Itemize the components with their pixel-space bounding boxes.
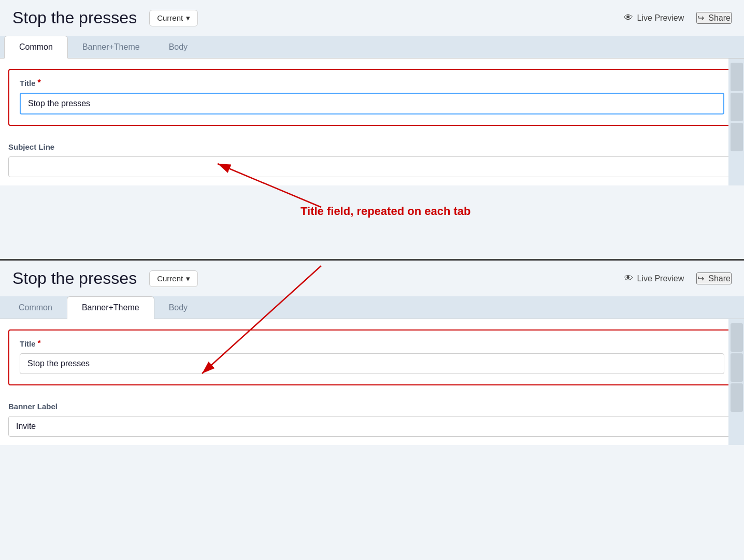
title-input-top[interactable] [20,93,724,114]
version-label-top: Current [157,13,183,22]
share-label-bottom: Share [708,274,731,283]
banner-label-label: Banner Label [8,402,736,411]
panel-wrapper: Stop the presses Current ▾ 👁 Live Previe… [0,0,744,560]
sidebar-stub-b2 [731,353,743,382]
sidebar-stub-1 [731,63,743,91]
share-button-bottom[interactable]: ↪ Share [696,272,732,284]
eye-icon-top: 👁 [624,12,633,23]
tab-common-top[interactable]: Common [4,36,68,59]
share-icon-bottom: ↪ [697,274,704,283]
subject-line-input[interactable] [8,156,736,177]
title-field-section-top: Title * [8,69,736,126]
header-right-top: 👁 Live Preview ↪ Share [624,12,732,24]
version-label-bottom: Current [157,274,183,283]
bottom-content-area: Title * Banner Label [0,319,744,445]
page-title-bottom: Stop the presses [12,269,137,288]
tabs-top: Common Banner+Theme Body [0,36,744,58]
share-label-top: Share [708,13,731,23]
tab-banner-theme-top[interactable]: Banner+Theme [68,36,154,58]
top-content-area: Title * Subject Line [0,58,744,185]
title-required-top: * [38,78,41,88]
tab-common-bottom[interactable]: Common [4,297,67,319]
eye-icon-bottom: 👁 [624,273,633,284]
chevron-down-icon-bottom: ▾ [186,274,190,283]
chevron-down-icon-top: ▾ [186,13,190,23]
subject-line-section: Subject Line [0,134,744,185]
live-preview-label-top: Live Preview [637,13,684,23]
bottom-header: Stop the presses Current ▾ 👁 Live Previe… [0,261,744,296]
live-preview-label-bottom: Live Preview [637,274,684,283]
banner-label-input[interactable] [8,416,736,437]
title-input-bottom[interactable] [20,353,724,374]
live-preview-button-bottom[interactable]: 👁 Live Preview [624,273,684,284]
tab-body-top[interactable]: Body [154,36,202,58]
title-field-section-bottom: Title * [8,329,736,385]
annotation-text-top: Title field, repeated on each tab [301,205,470,218]
sidebar-stub-b1 [731,323,743,352]
sidebar-stub-2 [731,93,743,121]
bottom-panel: Stop the presses Current ▾ 👁 Live Previe… [0,259,744,560]
title-label-top: Title * [20,78,724,88]
live-preview-button-top[interactable]: 👁 Live Preview [624,12,684,23]
banner-label-section: Banner Label [0,394,744,445]
top-panel: Stop the presses Current ▾ 👁 Live Previe… [0,0,744,259]
right-sidebar-bottom [728,319,744,445]
top-header: Stop the presses Current ▾ 👁 Live Previe… [0,0,744,36]
page-title-top: Stop the presses [12,8,137,27]
share-button-top[interactable]: ↪ Share [696,12,732,24]
sidebar-stub-b3 [731,383,743,412]
title-required-bottom: * [38,339,41,348]
tab-banner-theme-bottom[interactable]: Banner+Theme [67,296,154,319]
header-right-bottom: 👁 Live Preview ↪ Share [624,272,732,284]
tab-body-bottom[interactable]: Body [154,297,202,319]
share-icon-top: ↪ [697,13,704,23]
tabs-bottom: Common Banner+Theme Body [0,296,744,319]
version-dropdown-top[interactable]: Current ▾ [149,10,198,26]
title-label-bottom: Title * [20,339,724,348]
right-sidebar-top [728,59,744,185]
subject-line-label: Subject Line [8,142,736,151]
version-dropdown-bottom[interactable]: Current ▾ [149,270,198,287]
sidebar-stub-3 [731,123,743,151]
